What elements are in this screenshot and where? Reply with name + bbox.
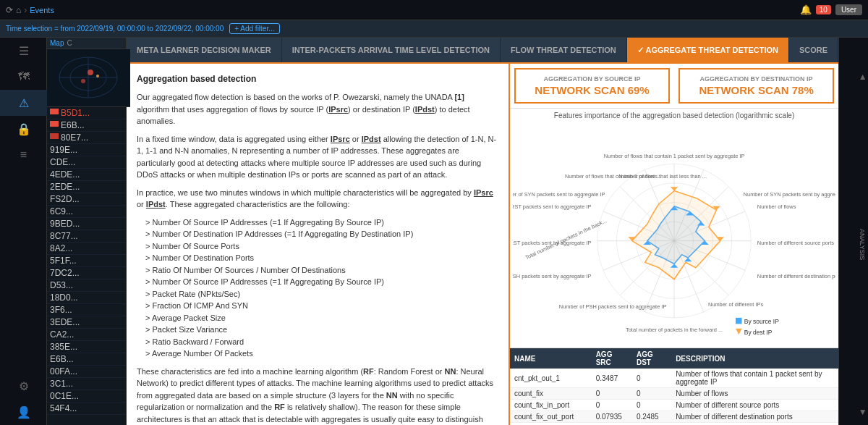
list-item[interactable]: 00FA... [47, 366, 126, 378]
home-icon[interactable]: ⌂ [16, 5, 21, 15]
list-item[interactable]: 9BED... [47, 218, 126, 230]
svg-text:Number of PSH packets sent to : Number of PSH packets sent to aggregate … [559, 303, 667, 310]
panel-heading: Aggregation based detection [137, 72, 498, 85]
cell-agg-src: 0 [592, 400, 632, 411]
list-item: Average Number Of Packets [145, 348, 498, 360]
list-item[interactable]: FS2D... [47, 193, 126, 206]
svg-text:By dest IP: By dest IP [744, 329, 773, 336]
list-item[interactable]: CA2... [47, 329, 126, 341]
tab-score[interactable]: SCORE [789, 38, 838, 62]
list-item[interactable]: E6B... [47, 353, 126, 366]
data-list: B5D1... E6B... 80E7... 919E... CDE... 4E… [47, 107, 126, 425]
list-item[interactable]: 18D0... [47, 292, 126, 304]
user-button[interactable]: User [835, 4, 862, 15]
main-layout: ☰ 🗺 ⚠ 🔒 ≡ ⚙ 👤 Map C [0, 38, 868, 425]
list-item[interactable]: 80E7... [47, 132, 126, 144]
sidebar-icon-list[interactable]: ≡ [0, 142, 47, 168]
tab-meta[interactable]: META LEARNER DECISION MAKER [127, 38, 282, 62]
cell-name: count_fix_out_port [510, 411, 592, 423]
cell-desc: Number of flows [671, 388, 838, 400]
map-thumbnail [47, 49, 130, 107]
cell-agg-dst: 0 [632, 423, 671, 425]
table-row: ip_distinct 1.533 0 Number of different … [510, 423, 838, 425]
add-filter-button[interactable]: + Add filter... [229, 23, 279, 34]
panel-tab-c[interactable]: C [67, 39, 72, 47]
list-item[interactable]: 0C1E... [47, 390, 126, 403]
main-content: Aggregation based detection Our aggregat… [127, 64, 838, 425]
list-item[interactable]: 3F6... [47, 304, 126, 316]
right-scroll-up[interactable]: ▲ [839, 64, 868, 90]
user-badge: 10 [816, 5, 831, 14]
list-item: Ratio Of Number Of Sources / Number Of D… [145, 264, 498, 277]
cell-agg-src: 0.07935 [592, 411, 632, 423]
viz-panel: AGGREGATION BY SOURCE IP NETWORK SCAN 69… [510, 64, 838, 425]
svg-text:Number of different source por: Number of different source ports [757, 240, 835, 246]
list-item[interactable]: 7DC2... [47, 267, 126, 279]
list-item[interactable]: 919E... [47, 144, 126, 156]
svg-point-7 [96, 75, 99, 77]
sidebar-icon-lock[interactable]: 🔒 [0, 116, 47, 142]
agg-src-value: NETWORK SCAN 69% [524, 84, 660, 96]
para1: Our aggregated flow detection is based o… [137, 91, 498, 127]
list-item[interactable]: B5D1... [47, 107, 126, 119]
col-name: NAME [510, 348, 592, 369]
list-item[interactable]: 54F4... [47, 403, 126, 415]
cell-agg-dst: 0 [632, 400, 671, 411]
list-item[interactable]: 2EDE... [47, 181, 126, 193]
sidebar-icon-user[interactable]: 👤 [0, 399, 47, 425]
tab-inter[interactable]: INTER-PACKETS ARRIVAL TIME LEVEL DETECTI… [282, 38, 501, 62]
cell-desc: Number of different destination ports [671, 411, 838, 423]
top-bar: ⟳ ⌂ › Events 🔔 10 User [0, 0, 868, 20]
right-panel-label: ANALYSIS [859, 229, 866, 260]
list-item[interactable]: 3EDE... [47, 316, 126, 329]
tab-aggregate[interactable]: ✓ AGGREGATE THREAT DETECTION [627, 38, 789, 62]
table-row: count_fix_out_port 0.07935 0.2485 Number… [510, 411, 838, 423]
svg-text:Number of SYN packets sent to : Number of SYN packets sent to aggregate … [513, 191, 605, 198]
list-item: Number Of Source Ports [145, 240, 498, 253]
tab-flow[interactable]: FLOW THREAT DETECTION [501, 38, 627, 62]
svg-text:Number of SYN packets sent by : Number of SYN packets sent by aggregate … [744, 191, 835, 198]
cell-agg-dst: 0 [632, 369, 671, 388]
radar-chart-area: Features importance of the aggregation b… [510, 109, 838, 348]
radar-svg: /* axes drawn inline below */ [513, 117, 835, 350]
map-tab[interactable]: Map [50, 39, 64, 47]
svg-point-5 [88, 70, 93, 75]
cell-name: count_fix_in_port [510, 400, 592, 411]
list-item[interactable]: 4EDE... [47, 169, 126, 181]
sidebar-icon-menu[interactable]: ☰ [0, 38, 47, 64]
list-item: Packet Rate (NPkts/Sec) [145, 288, 498, 300]
table-row: count_fix 0 0 Number of flows [510, 388, 838, 400]
feature-list: Number Of Source IP Addresses (=1 If Agg… [145, 216, 498, 360]
list-item: Number Of Source IP Addresses (=1 If Agg… [145, 276, 498, 288]
list-item[interactable]: 6C9... [47, 206, 126, 218]
cell-agg-dst: 0 [632, 388, 671, 400]
aggregation-boxes: AGGREGATION BY SOURCE IP NETWORK SCAN 69… [510, 64, 838, 109]
svg-rect-56 [736, 318, 741, 324]
sidebar-icon-alert[interactable]: ⚠ [0, 90, 47, 116]
table-row: cnt_pkt_out_1 0.3487 0 Number of flows t… [510, 369, 838, 388]
list-item[interactable]: E6B... [47, 119, 126, 132]
list-item[interactable]: 385E... [47, 341, 126, 353]
filter-bar: Time selection = from 2022/09/19, 00:00:… [0, 20, 868, 38]
list-item[interactable]: 5F1F... [47, 255, 126, 267]
sidebar-icon-settings[interactable]: ⚙ [0, 373, 47, 399]
right-scroll-down[interactable]: ▼ [839, 399, 868, 425]
svg-text:Number of different IPs: Number of different IPs [708, 301, 763, 308]
list-item: Fraction Of ICMP And SYN [145, 300, 498, 312]
refresh-icon[interactable]: ⟳ [6, 5, 13, 15]
text-panel: Aggregation based detection Our aggregat… [127, 64, 510, 425]
cell-name: cnt_pkt_out_1 [510, 369, 592, 388]
svg-text:By source IP: By source IP [744, 318, 779, 325]
col-agg-dst: AGG DST [632, 348, 671, 369]
top-right-controls: 🔔 10 User [800, 4, 862, 15]
list-item[interactable]: 8A2... [47, 243, 126, 255]
list-item[interactable]: D53... [47, 279, 126, 292]
list-item[interactable]: 3C1... [47, 378, 126, 390]
list-item: Number Of Destination Ports [145, 252, 498, 264]
agg-dst-box: AGGREGATION BY DESTINATION IP NETWORK SC… [678, 68, 834, 104]
bell-icon[interactable]: 🔔 [800, 4, 812, 15]
list-item[interactable]: CDE... [47, 156, 126, 169]
list-item[interactable]: 8C77... [47, 230, 126, 243]
sidebar-icon-map[interactable]: 🗺 [0, 64, 47, 90]
svg-text:Number of flows that last less: Number of flows that last less than ... [618, 173, 707, 180]
